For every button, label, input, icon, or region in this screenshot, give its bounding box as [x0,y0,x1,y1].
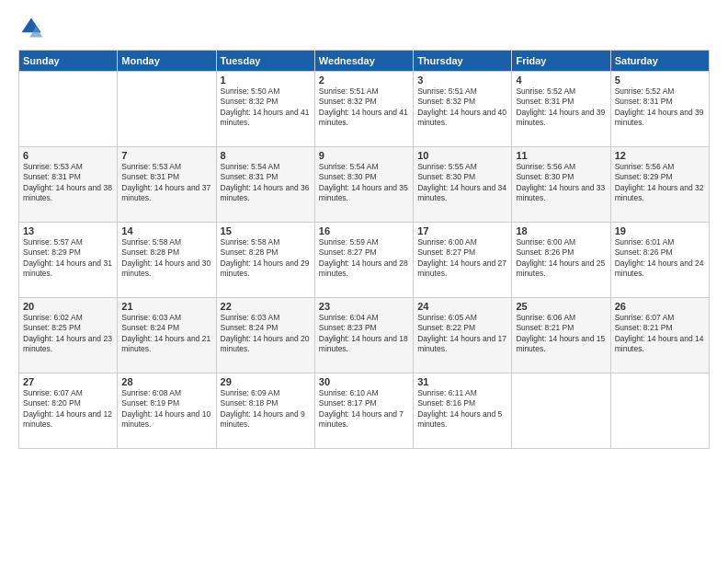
calendar-cell: 21Sunrise: 6:03 AM Sunset: 8:24 PM Dayli… [118,298,216,373]
header-day-sunday: Sunday [19,51,118,72]
calendar-cell: 28Sunrise: 6:08 AM Sunset: 8:19 PM Dayli… [118,373,216,449]
day-number: 24 [417,301,507,312]
calendar-cell: 24Sunrise: 6:05 AM Sunset: 8:22 PM Dayli… [414,298,512,373]
calendar-cell: 23Sunrise: 6:04 AM Sunset: 8:23 PM Dayli… [314,298,413,373]
day-number: 20 [23,301,113,312]
calendar-cell: 12Sunrise: 5:56 AM Sunset: 8:29 PM Dayli… [610,147,709,223]
logo [18,15,48,40]
day-info: Sunrise: 5:53 AM Sunset: 8:31 PM Dayligh… [121,162,211,204]
day-number: 27 [23,376,113,387]
calendar-cell [512,373,610,449]
calendar-cell [19,72,118,147]
day-info: Sunrise: 6:03 AM Sunset: 8:24 PM Dayligh… [221,313,311,355]
header-day-tuesday: Tuesday [216,51,314,72]
day-number: 22 [221,301,311,312]
header-day-thursday: Thursday [414,51,512,72]
calendar-cell: 17Sunrise: 6:00 AM Sunset: 8:27 PM Dayli… [414,223,512,298]
calendar-week-1: 1Sunrise: 5:50 AM Sunset: 8:32 PM Daylig… [19,72,710,147]
calendar-header: SundayMondayTuesdayWednesdayThursdayFrid… [19,51,710,72]
header-day-saturday: Saturday [610,51,709,72]
day-number: 1 [221,75,311,86]
day-info: Sunrise: 5:51 AM Sunset: 8:32 PM Dayligh… [417,86,507,129]
header-day-wednesday: Wednesday [314,51,413,72]
calendar-cell: 11Sunrise: 5:56 AM Sunset: 8:30 PM Dayli… [512,147,610,223]
day-info: Sunrise: 6:05 AM Sunset: 8:22 PM Dayligh… [417,313,507,355]
day-info: Sunrise: 5:55 AM Sunset: 8:30 PM Dayligh… [417,162,507,204]
day-number: 26 [615,301,705,312]
day-number: 23 [319,301,409,312]
day-number: 9 [319,150,409,161]
header-day-friday: Friday [512,51,610,72]
calendar-cell: 25Sunrise: 6:06 AM Sunset: 8:21 PM Dayli… [512,298,610,373]
day-number: 15 [221,225,311,236]
calendar-cell: 13Sunrise: 5:57 AM Sunset: 8:29 PM Dayli… [19,223,118,298]
header-row: SundayMondayTuesdayWednesdayThursdayFrid… [19,51,710,72]
calendar-cell [118,72,216,147]
header-day-monday: Monday [118,51,216,72]
day-info: Sunrise: 6:07 AM Sunset: 8:21 PM Dayligh… [615,313,705,355]
calendar-cell: 19Sunrise: 6:01 AM Sunset: 8:26 PM Dayli… [610,223,709,298]
calendar-cell: 22Sunrise: 6:03 AM Sunset: 8:24 PM Dayli… [216,298,314,373]
day-number: 13 [23,225,113,236]
day-info: Sunrise: 6:11 AM Sunset: 8:16 PM Dayligh… [417,388,507,431]
calendar-week-5: 27Sunrise: 6:07 AM Sunset: 8:20 PM Dayli… [19,373,710,449]
day-number: 31 [417,376,507,387]
day-info: Sunrise: 6:00 AM Sunset: 8:26 PM Dayligh… [516,237,606,280]
day-info: Sunrise: 6:09 AM Sunset: 8:18 PM Dayligh… [221,388,311,431]
day-number: 7 [121,150,211,161]
calendar-cell: 9Sunrise: 5:54 AM Sunset: 8:30 PM Daylig… [314,147,413,223]
day-number: 12 [615,150,705,161]
day-number: 17 [417,225,507,236]
header [18,15,710,40]
day-number: 5 [615,75,705,86]
calendar-cell: 30Sunrise: 6:10 AM Sunset: 8:17 PM Dayli… [314,373,413,449]
calendar-cell: 18Sunrise: 6:00 AM Sunset: 8:26 PM Dayli… [512,223,610,298]
day-info: Sunrise: 6:10 AM Sunset: 8:17 PM Dayligh… [319,388,409,431]
day-info: Sunrise: 5:58 AM Sunset: 8:28 PM Dayligh… [121,237,211,280]
day-info: Sunrise: 5:56 AM Sunset: 8:30 PM Dayligh… [516,162,606,204]
day-number: 8 [221,150,311,161]
day-number: 6 [23,150,113,161]
day-number: 2 [319,75,409,86]
calendar-cell: 6Sunrise: 5:53 AM Sunset: 8:31 PM Daylig… [19,147,118,223]
calendar-week-3: 13Sunrise: 5:57 AM Sunset: 8:29 PM Dayli… [19,223,710,298]
day-info: Sunrise: 5:52 AM Sunset: 8:31 PM Dayligh… [516,86,606,129]
day-number: 16 [319,225,409,236]
calendar-cell: 7Sunrise: 5:53 AM Sunset: 8:31 PM Daylig… [118,147,216,223]
calendar-cell: 10Sunrise: 5:55 AM Sunset: 8:30 PM Dayli… [414,147,512,223]
day-info: Sunrise: 6:04 AM Sunset: 8:23 PM Dayligh… [319,313,409,355]
day-info: Sunrise: 6:00 AM Sunset: 8:27 PM Dayligh… [417,237,507,280]
calendar-cell: 15Sunrise: 5:58 AM Sunset: 8:28 PM Dayli… [216,223,314,298]
calendar-cell: 20Sunrise: 6:02 AM Sunset: 8:25 PM Dayli… [19,298,118,373]
page: SundayMondayTuesdayWednesdayThursdayFrid… [0,0,728,563]
day-number: 21 [121,301,211,312]
day-number: 30 [319,376,409,387]
calendar-cell: 29Sunrise: 6:09 AM Sunset: 8:18 PM Dayli… [216,373,314,449]
calendar-cell: 26Sunrise: 6:07 AM Sunset: 8:21 PM Dayli… [610,298,709,373]
calendar-week-2: 6Sunrise: 5:53 AM Sunset: 8:31 PM Daylig… [19,147,710,223]
calendar-cell: 16Sunrise: 5:59 AM Sunset: 8:27 PM Dayli… [314,223,413,298]
day-info: Sunrise: 6:02 AM Sunset: 8:25 PM Dayligh… [23,313,113,355]
day-number: 10 [417,150,507,161]
day-number: 14 [121,225,211,236]
day-info: Sunrise: 5:52 AM Sunset: 8:31 PM Dayligh… [615,86,705,129]
day-info: Sunrise: 5:53 AM Sunset: 8:31 PM Dayligh… [23,162,113,204]
day-number: 18 [516,225,606,236]
day-number: 19 [615,225,705,236]
day-info: Sunrise: 5:58 AM Sunset: 8:28 PM Dayligh… [221,237,311,280]
day-info: Sunrise: 5:57 AM Sunset: 8:29 PM Dayligh… [23,237,113,280]
day-info: Sunrise: 6:01 AM Sunset: 8:26 PM Dayligh… [615,237,705,280]
day-number: 11 [516,150,606,161]
calendar-cell: 2Sunrise: 5:51 AM Sunset: 8:32 PM Daylig… [314,72,413,147]
day-info: Sunrise: 6:07 AM Sunset: 8:20 PM Dayligh… [23,388,113,431]
calendar-cell: 4Sunrise: 5:52 AM Sunset: 8:31 PM Daylig… [512,72,610,147]
day-info: Sunrise: 6:08 AM Sunset: 8:19 PM Dayligh… [121,388,211,431]
day-number: 4 [516,75,606,86]
day-info: Sunrise: 5:54 AM Sunset: 8:31 PM Dayligh… [221,162,311,204]
day-number: 25 [516,301,606,312]
calendar-cell: 5Sunrise: 5:52 AM Sunset: 8:31 PM Daylig… [610,72,709,147]
day-info: Sunrise: 6:03 AM Sunset: 8:24 PM Dayligh… [121,313,211,355]
day-info: Sunrise: 6:06 AM Sunset: 8:21 PM Dayligh… [516,313,606,355]
calendar-body: 1Sunrise: 5:50 AM Sunset: 8:32 PM Daylig… [19,72,710,449]
day-info: Sunrise: 5:51 AM Sunset: 8:32 PM Dayligh… [319,86,409,129]
